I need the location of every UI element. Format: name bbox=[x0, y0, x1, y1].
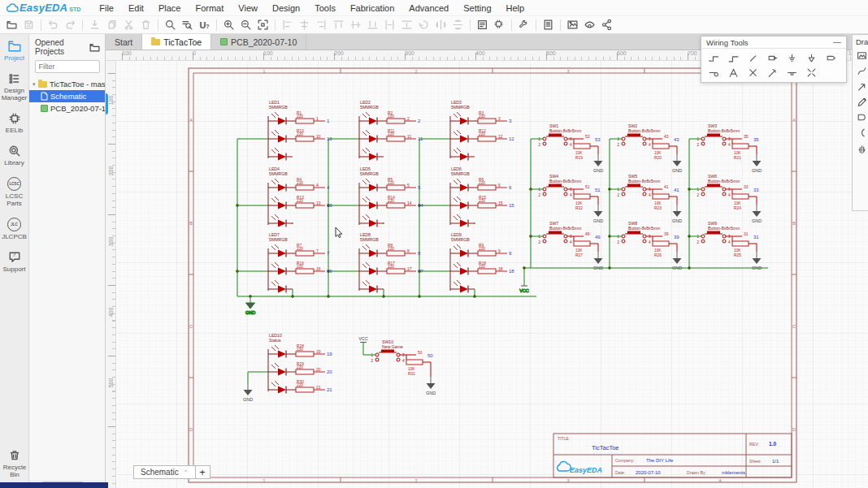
toolbar-footprint-manager-icon[interactable] bbox=[491, 18, 508, 32]
add-sheet-button[interactable]: + bbox=[196, 465, 210, 479]
draw-tool-drag-hand-icon[interactable] bbox=[853, 140, 868, 156]
toolbar-zoom-in-icon[interactable] bbox=[220, 18, 237, 32]
menu-setting[interactable]: Setting bbox=[456, 0, 498, 16]
menu-view[interactable]: View bbox=[231, 0, 265, 16]
menu-format[interactable]: Format bbox=[188, 0, 231, 16]
sidebar-item-project[interactable]: Project bbox=[0, 34, 28, 67]
led-LED7[interactable]: LED75MMRGBR722077R162201616 bbox=[268, 232, 332, 293]
sidebar-item-lcsc-parts[interactable]: LCSCLCSC Parts bbox=[0, 171, 28, 212]
switch-SW6[interactable]: SW6Button-8x8x5mm1234333310KR24GND bbox=[697, 174, 762, 223]
wiring-tool-attribute-icon[interactable] bbox=[723, 65, 743, 80]
wiring-tool-group-select-icon[interactable] bbox=[801, 65, 821, 80]
wiring-tools-header[interactable]: Wiring Tools — bbox=[701, 37, 846, 49]
toolbar-zoom-fit-icon[interactable] bbox=[254, 18, 271, 32]
wiring-tool-voltage-probe-icon[interactable] bbox=[762, 65, 782, 80]
menu-advanced[interactable]: Advanced bbox=[401, 0, 456, 16]
led-LED4[interactable]: LED45MMRGBR422044R132201313 bbox=[268, 166, 332, 227]
tree-item-schematic[interactable]: Schematic bbox=[29, 90, 105, 102]
sidebar-item-library[interactable]: Library bbox=[0, 139, 28, 171]
led-LED6[interactable]: LED65MMRGBR622066R152201515 bbox=[450, 166, 514, 227]
menu-tools[interactable]: Tools bbox=[307, 0, 343, 16]
tab-pcb-2020-07-10[interactable]: PCB_2020-07-10 bbox=[211, 34, 306, 50]
toolbar-align-right-icon[interactable] bbox=[313, 18, 330, 32]
sidebar-item-design-manager[interactable]: Design Manager bbox=[0, 67, 28, 106]
toolbar-unit-toggle-icon[interactable]: U? bbox=[196, 18, 213, 32]
led-LED9[interactable]: LED95MMRGBR922099R182201818 bbox=[450, 232, 514, 293]
wiring-tool-bus-icon[interactable] bbox=[723, 50, 743, 65]
tab-start[interactable]: Start bbox=[106, 34, 142, 50]
led-LED8[interactable]: LED85MMRGBR822088R172201717 bbox=[359, 232, 423, 293]
toolbar-search-icon[interactable] bbox=[162, 18, 179, 32]
toolbar-find-similar-icon[interactable] bbox=[179, 18, 196, 32]
switch-SW4[interactable]: SW4Button-8x8x5mm1234515110KR22GND bbox=[538, 174, 603, 223]
toolbar-export-image-icon[interactable] bbox=[564, 18, 581, 32]
toolbar-align-center-icon[interactable] bbox=[296, 18, 313, 32]
toolbar-zoom-out-icon[interactable] bbox=[237, 18, 254, 32]
led-LED10[interactable]: LED10StatusR282201919R292202020R30220212… bbox=[243, 333, 332, 402]
led-LED5[interactable]: LED55MMRGBR522055R142201414 bbox=[359, 166, 423, 227]
panel-collapse-handle[interactable] bbox=[106, 93, 108, 114]
sidebar-item-recycle-bin[interactable]: RecycleBin bbox=[0, 443, 29, 483]
switch-SW8[interactable]: SW8Button-8x8x5mm1234393910KR26GND bbox=[617, 221, 682, 270]
menu-fabrication[interactable]: Fabrication bbox=[343, 0, 401, 16]
toolbar-preview-3d-icon[interactable] bbox=[581, 18, 598, 32]
tree-item-pcb-2020-07-10[interactable]: PCB_2020-07-10_ bbox=[29, 102, 105, 114]
wiring-tool-junction-icon[interactable] bbox=[782, 65, 801, 80]
toolbar-undo-icon[interactable] bbox=[45, 18, 62, 32]
toolbar-distribute-v-icon[interactable] bbox=[398, 18, 415, 32]
menu-place[interactable]: Place bbox=[151, 0, 189, 16]
led-LED2[interactable]: LED25MMRGBR222022R112201111 bbox=[359, 100, 423, 161]
toolbar-flip-h-icon[interactable] bbox=[432, 18, 449, 32]
switch-SW1[interactable]: SW1Button-8x8x5mm1234535310KR19GND bbox=[538, 123, 603, 173]
draw-tool-bezier-icon[interactable] bbox=[853, 63, 868, 79]
menu-edit[interactable]: Edit bbox=[121, 0, 151, 16]
wiring-tool-wire-icon[interactable] bbox=[704, 50, 723, 65]
toolbar-rotate-icon[interactable] bbox=[415, 18, 432, 32]
filter-input[interactable] bbox=[35, 60, 100, 73]
toolbar-delete-icon[interactable] bbox=[137, 18, 154, 32]
toolbar-import-icon[interactable] bbox=[86, 18, 103, 32]
sidebar-item-jlcpcb[interactable]: JLCJLCPCB bbox=[0, 212, 28, 245]
wiring-tool-no-connect-icon[interactable] bbox=[743, 65, 762, 80]
expander-icon[interactable]: ▾ bbox=[33, 81, 38, 88]
switch-SW7[interactable]: SW7Button-8x8x5mm1234494910KR27GND bbox=[538, 221, 603, 270]
sidebar-item-eelib[interactable]: EELib bbox=[0, 106, 28, 139]
wiring-tool-net-port-icon[interactable] bbox=[821, 50, 840, 65]
wiring-tool-bus-entry-icon[interactable] bbox=[743, 50, 762, 65]
switch-SW10[interactable]: SW10New Game1234505010KR31GND bbox=[371, 339, 436, 395]
toolbar-align-left-icon[interactable] bbox=[279, 18, 296, 32]
draw-tool-image-icon[interactable] bbox=[853, 48, 868, 63]
toolbar-bom-icon[interactable] bbox=[540, 18, 557, 32]
switch-SW2[interactable]: SW2Button-8x8x5mm1234434310KR20GND bbox=[617, 123, 682, 173]
easyeda-logo[interactable]: EasyEDA STD bbox=[5, 2, 80, 14]
led-LED3[interactable]: LED35MMRGBR322033R122201212 bbox=[450, 100, 514, 161]
minimize-button[interactable]: — bbox=[833, 38, 841, 46]
wiring-tool-ground-flag-icon[interactable] bbox=[782, 50, 801, 65]
toolbar-share-icon[interactable] bbox=[598, 18, 615, 32]
switch-SW5[interactable]: SW5Button-8x8x5mm1234414110KR23GND bbox=[617, 174, 682, 223]
sheet-tab-schematic[interactable]: Schematic ⌃ bbox=[133, 465, 196, 479]
wiring-tool-pin-icon[interactable] bbox=[704, 65, 723, 80]
toolbar-design-rule-check-icon[interactable] bbox=[515, 18, 532, 32]
menu-design[interactable]: Design bbox=[265, 0, 307, 16]
wiring-tool-net-label-icon[interactable] bbox=[762, 50, 782, 65]
toolbar-flip-v-icon[interactable] bbox=[449, 18, 467, 32]
toolbar-redo-icon[interactable] bbox=[62, 18, 79, 32]
draw-tool-polygon-icon[interactable] bbox=[853, 110, 868, 125]
toolbar-symbol-library-icon[interactable] bbox=[474, 18, 491, 32]
toolbar-align-middle-icon[interactable] bbox=[347, 18, 364, 32]
toolbar-open-folder-icon[interactable] bbox=[3, 18, 20, 32]
toolbar-copy-icon[interactable] bbox=[103, 18, 120, 32]
toolbar-align-top-icon[interactable] bbox=[330, 18, 347, 32]
wiring-tool-net-flag-icon[interactable] bbox=[801, 50, 821, 65]
toolbar-save-icon[interactable] bbox=[20, 18, 37, 32]
switch-SW9[interactable]: SW9Button-8x8x5mm1234313110KR25GND bbox=[697, 221, 762, 270]
menu-file[interactable]: File bbox=[92, 0, 121, 16]
tree-item-tictactoe-master[interactable]: ▾TicTacToe - master - bbox=[29, 78, 105, 90]
draw-tool-arrow-icon[interactable] bbox=[853, 79, 868, 94]
draw-tool-pencil-icon[interactable] bbox=[853, 94, 868, 110]
led-LED1[interactable]: LED15MMRGBR122011R102201010 bbox=[268, 100, 332, 161]
schematic-canvas[interactable]: 11223344AABBCCDDGNDVCCLED15MMRGBR122011R… bbox=[106, 50, 868, 488]
menu-help[interactable]: Help bbox=[499, 0, 532, 16]
open-project-folder-icon[interactable] bbox=[89, 42, 100, 53]
